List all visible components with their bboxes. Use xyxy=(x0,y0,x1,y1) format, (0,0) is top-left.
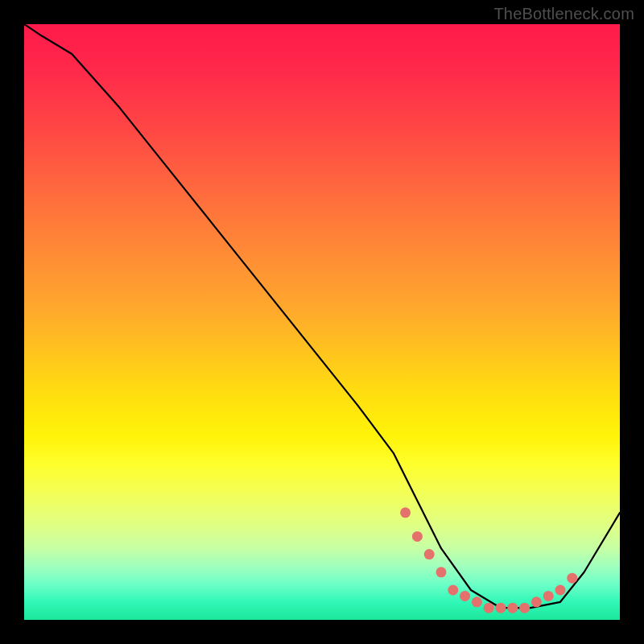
plot-area xyxy=(24,24,620,620)
optimum-marker xyxy=(496,603,506,613)
optimum-marker xyxy=(543,591,554,601)
optimum-marker xyxy=(555,585,566,596)
optimum-marker xyxy=(436,567,447,577)
optimum-marker xyxy=(531,597,542,607)
attribution-label: TheBottleneck.com xyxy=(493,5,634,23)
curve-layer xyxy=(24,24,620,620)
optimum-marker xyxy=(484,603,494,613)
chart-frame: TheBottleneck.com xyxy=(0,0,644,644)
optimum-marker xyxy=(519,603,530,613)
optimum-marker xyxy=(448,585,458,596)
optimum-marker xyxy=(412,531,423,542)
optimum-marker xyxy=(460,591,470,601)
optimum-band-markers xyxy=(400,507,577,613)
bottleneck-curve xyxy=(24,24,620,608)
optimum-marker xyxy=(567,573,577,584)
optimum-marker xyxy=(472,597,482,607)
optimum-marker xyxy=(400,507,411,518)
optimum-marker xyxy=(507,603,518,613)
optimum-marker xyxy=(424,549,435,559)
